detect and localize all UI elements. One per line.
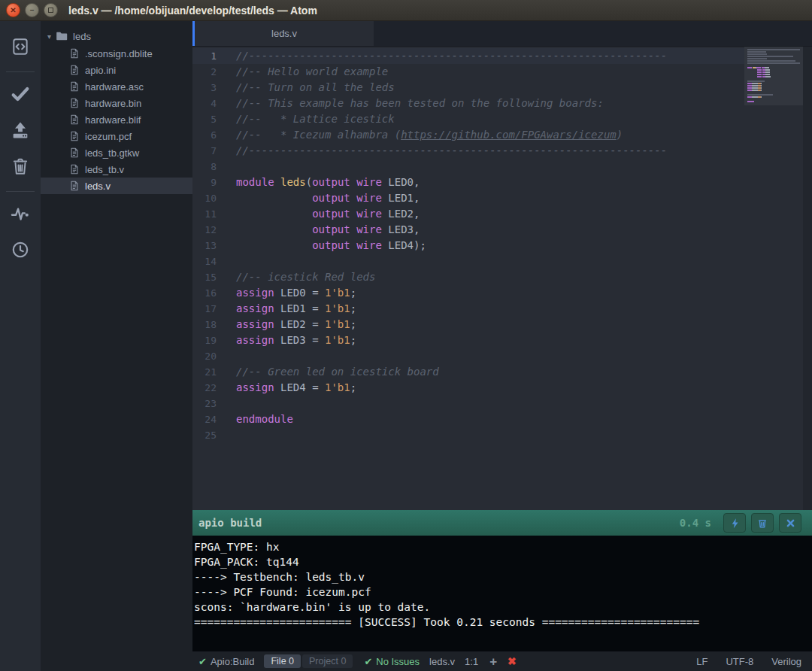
window-maximize-button[interactable]: [44, 3, 58, 17]
code-line[interactable]: 6//-- * Icezum alhambra (https://github.…: [192, 127, 744, 143]
tree-item[interactable]: icezum.pcf: [41, 128, 192, 144]
window-minimize-button[interactable]: –: [25, 3, 39, 17]
code-line[interactable]: 15//-- icestick Red leds: [192, 269, 744, 285]
tree-item[interactable]: hardware.bin: [41, 95, 192, 111]
status-bar-left: ✔Apio:BuildFile 0Project 0✔No Issuesleds…: [198, 654, 517, 668]
code-line[interactable]: 12 output wire LED3,: [192, 222, 744, 238]
plus-icon[interactable]: +: [489, 655, 497, 668]
code-text: assign LED4 = 1'b1;: [226, 380, 356, 396]
line-number: 15: [192, 269, 226, 285]
code-text: //-- icestick Red leds: [226, 269, 375, 285]
status-no-issues[interactable]: ✔No Issues: [364, 656, 420, 667]
code-line[interactable]: 1//-------------------------------------…: [192, 48, 744, 64]
code-line[interactable]: 25: [192, 427, 744, 443]
line-number: 11: [192, 206, 226, 222]
code-line[interactable]: 9module leds(output wire LED0,: [192, 175, 744, 190]
tree-item[interactable]: leds.v: [41, 178, 192, 194]
tree-item-label: leds_tb.gtkw: [85, 147, 139, 159]
panel-close-button[interactable]: [779, 513, 801, 533]
status-bar-right: LFUTF-8Verilog: [696, 656, 801, 667]
code-line[interactable]: 3//-- Turn on all the leds: [192, 80, 744, 96]
code-text: //--------------------------------------…: [226, 143, 667, 159]
minimap-visible-region[interactable]: [744, 47, 803, 105]
panel-buttons: [723, 513, 812, 533]
dock-code-file-button[interactable]: [7, 35, 34, 62]
dock-time-analysis-button[interactable]: [7, 238, 34, 265]
code-text: assign LED2 = 1'b1;: [226, 317, 356, 332]
status-file-name[interactable]: leds.v: [429, 656, 455, 667]
code-line[interactable]: 21//-- Green led on icestick board: [192, 364, 744, 380]
code-line[interactable]: 23: [192, 396, 744, 411]
file-issues-button[interactable]: File 0: [264, 654, 301, 668]
code-line[interactable]: 18assign LED2 = 1'b1;: [192, 317, 744, 332]
check-icon: ✔: [364, 656, 372, 667]
code-text: assign LED1 = 1'b1;: [226, 301, 356, 317]
tree-item-label: .sconsign.dblite: [85, 48, 153, 59]
dock-verify-button[interactable]: [7, 82, 34, 109]
status-grammar[interactable]: Verilog: [771, 656, 801, 667]
tree-item-label: leds_tb.v: [85, 164, 124, 175]
console-line: ======================== [SUCCESS] Took …: [194, 615, 801, 630]
code-line[interactable]: 14: [192, 254, 744, 269]
code-line[interactable]: 19assign LED3 = 1'b1;: [192, 332, 744, 348]
code-line[interactable]: 11 output wire LED2,: [192, 206, 744, 222]
console-line: ----> PCF Found: icezum.pcf: [194, 584, 801, 600]
dock-separator: [6, 71, 35, 72]
tree-root-folder[interactable]: ▾ leds: [41, 27, 192, 45]
code-line[interactable]: 5//-- * Lattice icestick: [192, 111, 744, 127]
folder-icon: [56, 31, 68, 41]
code-line[interactable]: 2//-- Hello world example: [192, 64, 744, 80]
line-number: 18: [192, 317, 226, 332]
project-issues-button[interactable]: Project 0: [302, 654, 353, 668]
bolt-icon: [729, 517, 741, 530]
dock-upload-button[interactable]: [7, 118, 34, 145]
tab-leds-v[interactable]: leds.v: [192, 21, 374, 46]
status-encoding[interactable]: UTF-8: [726, 656, 753, 667]
editor[interactable]: 1//-------------------------------------…: [192, 47, 812, 510]
tree-item[interactable]: hardware.asc: [41, 78, 192, 95]
build-panel: apio build 0.4 s FPGA_TYPE: hxFPGA_PACK:…: [192, 510, 812, 651]
code-line[interactable]: 16assign LED0 = 1'b1;: [192, 285, 744, 301]
close-x-icon[interactable]: ✖: [508, 656, 517, 666]
panel-clear-button[interactable]: [751, 513, 774, 533]
window-title: leds.v — /home/obijuan/develop/test/leds…: [68, 5, 317, 17]
code-line[interactable]: 7//-------------------------------------…: [192, 143, 744, 159]
tree-item[interactable]: apio.ini: [41, 62, 192, 78]
code-line[interactable]: 24endmodule: [192, 411, 744, 427]
line-number: 23: [192, 396, 226, 411]
status-line-ending[interactable]: LF: [696, 656, 707, 667]
code-line[interactable]: 4//-- This example has been tested on th…: [192, 96, 744, 111]
file-icon: [69, 164, 80, 175]
tree-item-label: hardware.blif: [85, 114, 141, 126]
dock-clean-button[interactable]: [7, 154, 34, 181]
code-line[interactable]: 20: [192, 348, 744, 364]
tree-item[interactable]: .sconsign.dblite: [41, 45, 192, 62]
file-icon: [69, 131, 80, 141]
code-area[interactable]: 1//-------------------------------------…: [192, 47, 744, 510]
line-number: 20: [192, 348, 226, 364]
scrollbar-track[interactable]: [803, 47, 812, 510]
tree-item[interactable]: hardware.blif: [41, 111, 192, 128]
status-apio-build[interactable]: ✔Apio:Build: [198, 656, 254, 667]
tree-item-label: icezum.pcf: [85, 131, 132, 142]
dock-simulate-button[interactable]: [7, 202, 34, 229]
line-number: 9: [192, 175, 226, 190]
tree-item[interactable]: leds_tb.v: [41, 161, 192, 178]
tree-view: ▾ leds .sconsign.dbliteapio.inihardware.…: [41, 21, 192, 671]
code-line[interactable]: 8: [192, 159, 744, 175]
window-close-button[interactable]: ✕: [6, 3, 20, 17]
tree-item[interactable]: leds_tb.gtkw: [41, 144, 192, 161]
code-line[interactable]: 22assign LED4 = 1'b1;: [192, 380, 744, 396]
tree-root-label: leds: [73, 31, 91, 42]
minimap[interactable]: [744, 47, 803, 510]
panel-run-button[interactable]: [723, 513, 746, 533]
code-text: //-- Turn on all the leds: [226, 80, 395, 96]
code-line[interactable]: 10 output wire LED1,: [192, 190, 744, 206]
code-text: //-- * Lattice icestick: [226, 111, 395, 127]
code-text: output wire LED2,: [226, 206, 420, 222]
console-output[interactable]: FPGA_TYPE: hxFPGA_PACK: tq144----> Testb…: [192, 536, 812, 651]
code-line[interactable]: 13 output wire LED4);: [192, 238, 744, 254]
code-line[interactable]: 17assign LED1 = 1'b1;: [192, 301, 744, 317]
line-number: 17: [192, 301, 226, 317]
status-cursor-position[interactable]: 1:1: [465, 656, 478, 667]
